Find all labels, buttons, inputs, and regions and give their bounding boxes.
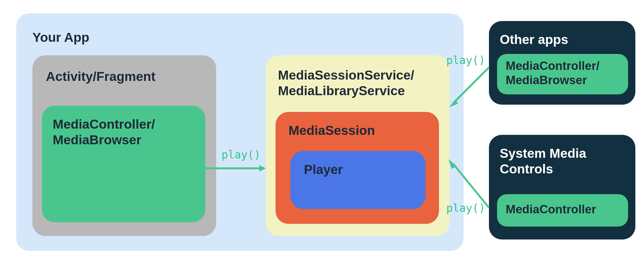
player-title: Player (304, 162, 343, 177)
app-media-controller-box: MediaController/ MediaBrowser (42, 106, 205, 222)
system-controls-title: System Media Controls (500, 146, 586, 177)
svg-line-2 (453, 67, 489, 103)
svg-marker-1 (259, 165, 266, 172)
app-media-controller-title: MediaController/ MediaBrowser (53, 117, 155, 148)
other-apps-controller-box: MediaController/ MediaBrowser (497, 54, 628, 94)
play-label-system: play() (446, 202, 485, 214)
your-app-title: Your App (32, 30, 89, 45)
system-controls-controller-title: MediaController (506, 202, 596, 217)
media-service-title: MediaSessionService/ MediaLibraryService (278, 67, 414, 98)
arrow-activity-to-service (205, 165, 267, 178)
other-apps-title: Other apps (500, 32, 568, 47)
other-apps-controller-title: MediaController/ MediaBrowser (506, 59, 599, 87)
play-label-activity: play() (222, 148, 261, 161)
play-label-other: play() (446, 54, 485, 66)
diagram-canvas: Your App Activity/Fragment MediaControll… (0, 0, 644, 267)
arrow-other-to-service (448, 67, 497, 111)
system-controls-controller-box: MediaController (497, 194, 628, 227)
activity-fragment-title: Activity/Fragment (46, 69, 155, 84)
media-session-title: MediaSession (289, 123, 375, 138)
svg-line-4 (453, 164, 489, 208)
svg-marker-3 (449, 100, 458, 107)
player-box: Player (290, 151, 425, 209)
